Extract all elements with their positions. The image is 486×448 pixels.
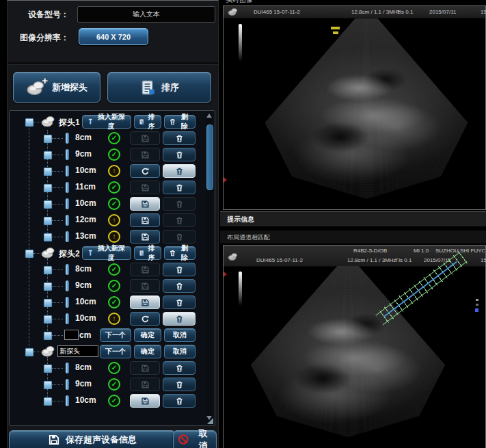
sort-depths-button[interactable]: 排序 [134, 115, 161, 129]
expander-icon[interactable] [44, 168, 52, 176]
resize-grip[interactable] [207, 418, 213, 424]
expander-icon[interactable] [25, 348, 33, 356]
depth-bar-icon [66, 280, 69, 291]
depth-label: 8cm [75, 264, 92, 274]
expander-icon[interactable] [44, 200, 52, 209]
probe1-header-row: 探头1 插入新深度 排序 删除 [12, 114, 202, 130]
delete-depth-button[interactable] [163, 131, 195, 145]
device-model-input[interactable] [77, 6, 215, 23]
depth-bar-icon [66, 198, 69, 209]
scroll-up-arrow[interactable] [206, 114, 212, 118]
probe-tree-panel: 探头1 插入新深度 排序 删除 8cm ✓ [9, 110, 215, 426]
tis-value: TIs 0.1 [395, 257, 411, 263]
tree-dash [33, 352, 40, 352]
trash-icon [169, 249, 176, 257]
document-icon [139, 79, 156, 96]
grayscale-bar [239, 24, 242, 62]
delete-depth-button[interactable] [163, 312, 195, 326]
expander-icon[interactable] [44, 365, 52, 373]
delete-depth-button[interactable] [163, 361, 195, 375]
insert-depth-button[interactable]: 插入新深度 [82, 246, 131, 260]
probe-icon [41, 114, 56, 128]
expander-icon[interactable] [44, 233, 52, 241]
save-depth-button[interactable] [130, 263, 160, 276]
expander-icon[interactable] [44, 266, 52, 274]
insert-depth-label: 插入新深度 [96, 243, 126, 263]
confirm-button[interactable]: 确定 [134, 328, 161, 342]
depth-label: 10cm [75, 313, 96, 323]
depth-row: 8cm ✓ [12, 261, 202, 278]
resolution-button[interactable]: 640 X 720 [79, 28, 148, 45]
scan-date: 2015/07/11 [429, 9, 456, 15]
expander-icon[interactable] [44, 332, 52, 340]
new-depth-input[interactable] [64, 330, 79, 340]
delete-depth-button[interactable] [163, 394, 195, 408]
save-depth-button[interactable] [130, 361, 160, 375]
sort-depths-button[interactable]: 排序 [134, 246, 161, 260]
next-button[interactable]: 下一个 [100, 345, 131, 358]
floppy-icon [141, 150, 150, 159]
expander-icon[interactable] [44, 315, 52, 324]
save-depth-button[interactable] [130, 148, 160, 161]
cancel-button[interactable]: 取消 [164, 328, 195, 342]
status-ok-icon: ✓ [108, 181, 120, 194]
scan-time-clipped: 15 [481, 257, 486, 263]
tree-dash [52, 286, 63, 287]
save-depth-button[interactable] [130, 197, 160, 211]
new-probe-name-input[interactable] [57, 345, 98, 357]
save-depth-button[interactable] [130, 131, 160, 145]
confirm-button[interactable]: 确定 [134, 345, 161, 358]
next-button[interactable]: 下一个 [100, 328, 131, 342]
save-depth-button[interactable] [130, 295, 160, 309]
floppy-icon [141, 380, 150, 389]
expander-icon[interactable] [44, 217, 52, 225]
depth-label: 11cm [75, 182, 96, 192]
expander-icon[interactable] [25, 118, 33, 127]
cancel-button[interactable]: 取消 [164, 345, 195, 358]
expander-icon[interactable] [44, 282, 52, 291]
delete-depth-button[interactable] [163, 213, 195, 227]
save-depth-button[interactable] [130, 230, 160, 243]
refresh-depth-button[interactable] [130, 164, 160, 178]
expander-icon[interactable] [44, 151, 52, 159]
sort-label: 排序 [161, 81, 179, 94]
trash-icon [175, 380, 184, 389]
delete-depth-button[interactable] [163, 295, 195, 309]
insert-depth-button[interactable]: 插入新深度 [82, 115, 131, 129]
expander-icon[interactable] [25, 250, 33, 258]
tree-dash [52, 335, 63, 336]
expander-icon[interactable] [44, 299, 52, 307]
add-probe-button[interactable]: + 新增探头 [13, 72, 100, 103]
expander-icon[interactable] [44, 397, 52, 406]
status-pending-icon: ↑ [108, 165, 120, 177]
delete-depth-button[interactable] [163, 148, 195, 161]
save-depth-button[interactable] [130, 181, 160, 194]
status-ok-icon: ✓ [108, 378, 120, 391]
depth-bar-icon [66, 379, 69, 390]
tree-dash [52, 269, 63, 270]
refresh-depth-button[interactable] [130, 312, 160, 326]
delete-probe-button[interactable]: 删除 [164, 115, 195, 129]
delete-depth-button[interactable] [163, 263, 195, 276]
tree-scrollbar[interactable] [206, 112, 213, 421]
expander-icon[interactable] [44, 184, 52, 192]
expander-icon[interactable] [44, 135, 52, 143]
expander-icon[interactable] [44, 381, 52, 389]
save-depth-button[interactable] [130, 213, 160, 227]
exam-id: DUI465 15-07-11-2 [256, 257, 303, 263]
delete-depth-button[interactable] [163, 378, 195, 391]
delete-probe-button[interactable]: 删除 [164, 246, 195, 260]
sort-probes-button[interactable]: 排序 [107, 72, 211, 103]
save-device-button[interactable]: 保存超声设备信息 [9, 430, 176, 448]
cancel-device-button[interactable]: 取消 [173, 430, 217, 448]
depth-label: 10cm [75, 395, 96, 405]
save-depth-button[interactable] [130, 394, 160, 408]
delete-depth-button[interactable] [163, 197, 195, 211]
save-depth-button[interactable] [130, 378, 160, 391]
delete-depth-button[interactable] [163, 181, 195, 194]
delete-depth-button[interactable] [163, 164, 195, 178]
delete-depth-button[interactable] [163, 230, 195, 243]
delete-depth-button[interactable] [163, 279, 195, 293]
scrollbar-thumb[interactable] [206, 124, 213, 190]
save-depth-button[interactable] [130, 279, 160, 293]
